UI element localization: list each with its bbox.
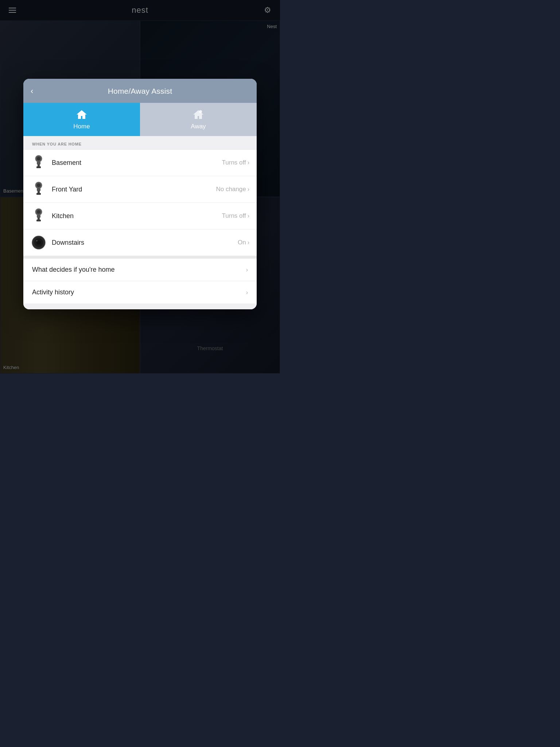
- bottom-section: What decides if you're home › Activity h…: [23, 256, 257, 303]
- home-away-modal: ‹ Home/Away Assist Home: [23, 79, 257, 309]
- modal-bottom-space: [23, 303, 257, 309]
- modal-title: Home/Away Assist: [31, 87, 249, 96]
- svg-rect-9: [38, 191, 40, 193]
- svg-rect-8: [37, 188, 40, 191]
- device-name-downstairs: Downstairs: [52, 239, 238, 247]
- back-button[interactable]: ‹: [31, 87, 33, 95]
- device-name-basement: Basement: [52, 159, 222, 167]
- tab-home-label: Home: [73, 123, 90, 130]
- device-status-kitchen: Turns off: [222, 212, 246, 220]
- svg-rect-10: [36, 193, 41, 195]
- device-list: Basement Turns off › Front Yard No chang…: [23, 149, 257, 256]
- svg-point-2: [37, 157, 40, 160]
- tab-home[interactable]: Home: [23, 103, 140, 136]
- device-name-kitchen: Kitchen: [52, 212, 222, 220]
- svg-rect-14: [38, 217, 40, 220]
- device-status-frontyard: No change: [216, 186, 246, 193]
- modal-overlay: ‹ Home/Away Assist Home: [0, 0, 280, 374]
- chevron-kitchen: ›: [248, 213, 249, 219]
- chevron-basement: ›: [248, 159, 249, 166]
- tab-away[interactable]: Away: [140, 103, 257, 136]
- activity-history-chevron: ›: [246, 289, 248, 296]
- device-name-frontyard: Front Yard: [52, 186, 216, 193]
- device-status-downstairs: On: [238, 239, 246, 246]
- svg-rect-5: [36, 166, 41, 168]
- chevron-downstairs: ›: [248, 239, 249, 246]
- device-row-frontyard[interactable]: Front Yard No change ›: [23, 176, 257, 203]
- chevron-frontyard: ›: [248, 186, 249, 193]
- svg-point-12: [37, 210, 40, 214]
- what-decides-row[interactable]: What decides if you're home ›: [23, 259, 257, 281]
- activity-history-label: Activity history: [32, 289, 246, 296]
- device-icon-kitchen: [31, 208, 47, 224]
- away-tab-icon: [192, 109, 204, 121]
- tab-away-label: Away: [191, 123, 206, 130]
- what-decides-label: What decides if you're home: [32, 266, 246, 274]
- activity-history-row[interactable]: Activity history ›: [23, 281, 257, 303]
- svg-point-7: [37, 183, 40, 187]
- device-row-downstairs[interactable]: Downstairs On ›: [23, 229, 257, 256]
- home-tab-icon: [76, 109, 88, 121]
- device-row-kitchen[interactable]: Kitchen Turns off ›: [23, 203, 257, 229]
- what-decides-chevron: ›: [246, 267, 248, 273]
- device-icon-frontyard: [31, 181, 47, 197]
- svg-rect-4: [38, 164, 40, 167]
- device-row-basement[interactable]: Basement Turns off ›: [23, 150, 257, 176]
- svg-point-0: [199, 110, 202, 113]
- section-label: WHEN YOU ARE HOME: [23, 136, 257, 149]
- svg-rect-15: [36, 220, 41, 221]
- device-status-basement: Turns off: [222, 159, 246, 166]
- svg-rect-13: [37, 215, 40, 218]
- device-icon-basement: [31, 155, 47, 171]
- tab-switcher: Home Away: [23, 103, 257, 136]
- modal-header: ‹ Home/Away Assist: [23, 79, 257, 103]
- svg-rect-3: [37, 162, 40, 165]
- svg-point-19: [36, 240, 38, 241]
- device-icon-downstairs: [31, 235, 47, 251]
